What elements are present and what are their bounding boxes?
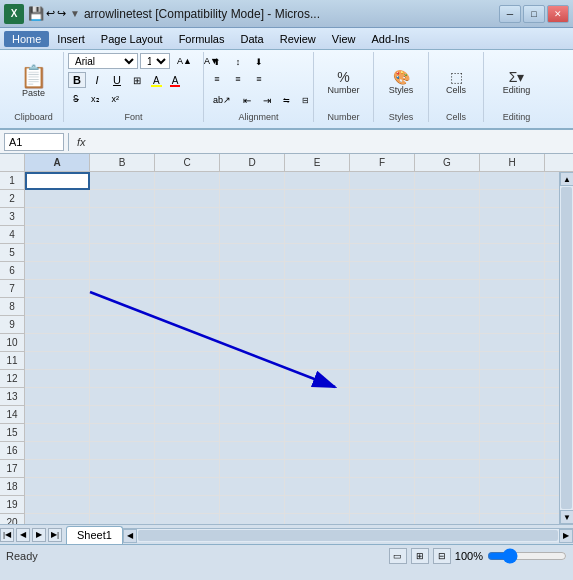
cell-D7[interactable] (220, 280, 285, 298)
cell-B15[interactable] (90, 424, 155, 442)
cell-B19[interactable] (90, 496, 155, 514)
quick-access-save[interactable]: 💾 (28, 6, 44, 21)
cell-D11[interactable] (220, 352, 285, 370)
border-btn[interactable]: ⊞ (128, 72, 146, 88)
row-header-9[interactable]: 9 (0, 316, 24, 334)
cell-H3[interactable] (480, 208, 545, 226)
col-header-B[interactable]: B (90, 154, 155, 171)
row-header-18[interactable]: 18 (0, 478, 24, 496)
cell-D9[interactable] (220, 316, 285, 334)
cell-E17[interactable] (285, 460, 350, 478)
cell-B4[interactable] (90, 226, 155, 244)
underline-button[interactable]: U (108, 72, 126, 88)
cell-E8[interactable] (285, 298, 350, 316)
cell-A5[interactable] (25, 244, 90, 262)
cell-F1[interactable] (350, 172, 415, 190)
cell-H5[interactable] (480, 244, 545, 262)
bold-button[interactable]: B (68, 72, 86, 88)
close-button[interactable]: ✕ (547, 5, 569, 23)
cell-C10[interactable] (155, 334, 220, 352)
cell-F2[interactable] (350, 190, 415, 208)
cell-E4[interactable] (285, 226, 350, 244)
cell-G3[interactable] (415, 208, 480, 226)
scroll-down-btn[interactable]: ▼ (560, 510, 573, 524)
cell-H1[interactable] (480, 172, 545, 190)
cell-C19[interactable] (155, 496, 220, 514)
cell-C16[interactable] (155, 442, 220, 460)
wrap-text-btn[interactable]: ⇋ (278, 92, 295, 108)
row-header-1[interactable]: 1 (0, 172, 24, 190)
cell-B18[interactable] (90, 478, 155, 496)
cell-H18[interactable] (480, 478, 545, 496)
row-header-3[interactable]: 3 (0, 208, 24, 226)
cell-C8[interactable] (155, 298, 220, 316)
cell-B7[interactable] (90, 280, 155, 298)
cell-A3[interactable] (25, 208, 90, 226)
cell-E15[interactable] (285, 424, 350, 442)
cell-H9[interactable] (480, 316, 545, 334)
cell-F12[interactable] (350, 370, 415, 388)
cell-E18[interactable] (285, 478, 350, 496)
cell-D4[interactable] (220, 226, 285, 244)
cell-A20[interactable] (25, 514, 90, 524)
corner-cell[interactable] (0, 154, 25, 171)
cell-H4[interactable] (480, 226, 545, 244)
scroll-left-btn[interactable]: ◀ (123, 529, 137, 543)
cell-B8[interactable] (90, 298, 155, 316)
col-header-F[interactable]: F (350, 154, 415, 171)
cell-E7[interactable] (285, 280, 350, 298)
cell-E14[interactable] (285, 406, 350, 424)
superscript-btn[interactable]: x² (107, 91, 125, 107)
scroll-up-btn[interactable]: ▲ (560, 172, 573, 186)
cell-D5[interactable] (220, 244, 285, 262)
row-header-4[interactable]: 4 (0, 226, 24, 244)
row-header-2[interactable]: 2 (0, 190, 24, 208)
cell-F17[interactable] (350, 460, 415, 478)
cell-H6[interactable] (480, 262, 545, 280)
cell-H2[interactable] (480, 190, 545, 208)
cell-D17[interactable] (220, 460, 285, 478)
menu-item-formulas[interactable]: Formulas (171, 31, 233, 47)
menu-item-data[interactable]: Data (232, 31, 271, 47)
cell-D10[interactable] (220, 334, 285, 352)
cell-A16[interactable] (25, 442, 90, 460)
cell-A7[interactable] (25, 280, 90, 298)
col-header-A[interactable]: A (25, 154, 90, 171)
cell-D2[interactable] (220, 190, 285, 208)
cell-D6[interactable] (220, 262, 285, 280)
cell-G17[interactable] (415, 460, 480, 478)
cell-E3[interactable] (285, 208, 350, 226)
sheet-next-btn[interactable]: ▶ (32, 528, 46, 542)
cell-H13[interactable] (480, 388, 545, 406)
cell-A12[interactable] (25, 370, 90, 388)
cell-G5[interactable] (415, 244, 480, 262)
menu-item-review[interactable]: Review (272, 31, 324, 47)
cell-C3[interactable] (155, 208, 220, 226)
cell-C7[interactable] (155, 280, 220, 298)
row-header-16[interactable]: 16 (0, 442, 24, 460)
cell-B9[interactable] (90, 316, 155, 334)
cell-D18[interactable] (220, 478, 285, 496)
cell-A15[interactable] (25, 424, 90, 442)
row-header-5[interactable]: 5 (0, 244, 24, 262)
cell-D3[interactable] (220, 208, 285, 226)
cell-A1[interactable] (25, 172, 90, 190)
orientation-btn[interactable]: ab↗ (208, 92, 236, 108)
cell-C4[interactable] (155, 226, 220, 244)
menu-item-add-ins[interactable]: Add-Ins (363, 31, 417, 47)
quick-access-undo[interactable]: ↩ (46, 7, 55, 20)
cell-G16[interactable] (415, 442, 480, 460)
bottom-align-btn[interactable]: ⬇ (250, 54, 268, 70)
scroll-thumb-v[interactable] (561, 187, 572, 509)
cell-H14[interactable] (480, 406, 545, 424)
number-button[interactable]: % Number (318, 56, 370, 108)
cell-F10[interactable] (350, 334, 415, 352)
cell-G7[interactable] (415, 280, 480, 298)
cell-E20[interactable] (285, 514, 350, 524)
name-box[interactable]: A1 (4, 133, 64, 151)
cell-A8[interactable] (25, 298, 90, 316)
cell-G6[interactable] (415, 262, 480, 280)
cell-E1[interactable] (285, 172, 350, 190)
cell-G14[interactable] (415, 406, 480, 424)
cell-A19[interactable] (25, 496, 90, 514)
